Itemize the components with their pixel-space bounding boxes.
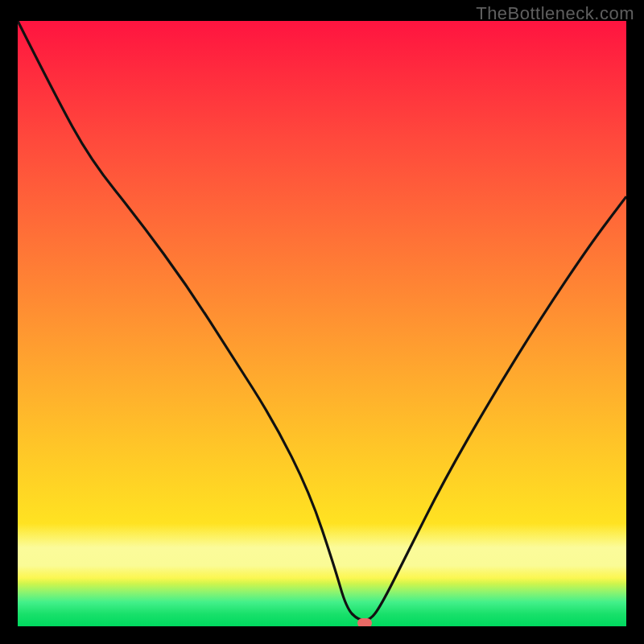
plot-area [18, 21, 626, 626]
curve-path [18, 21, 626, 621]
chart-frame: TheBottleneck.com [0, 0, 644, 644]
bottleneck-curve [18, 21, 626, 626]
optimal-marker [357, 618, 372, 626]
watermark-text: TheBottleneck.com [476, 3, 634, 24]
